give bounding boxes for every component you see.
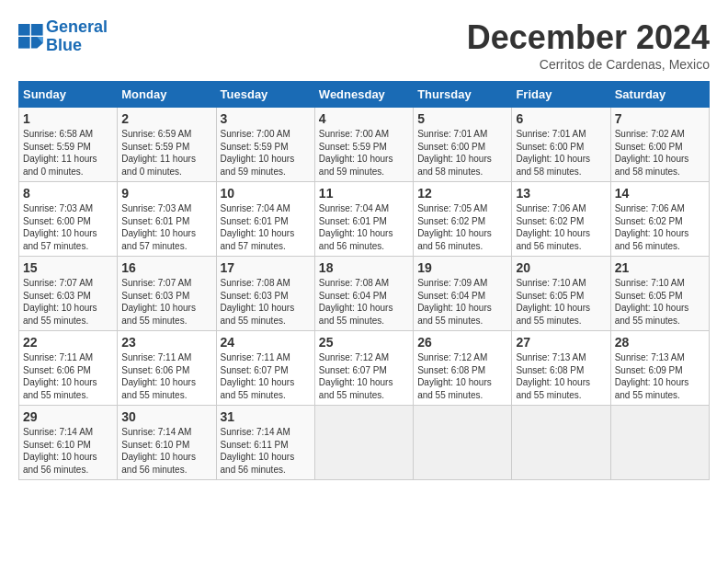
calendar-cell: 5Sunrise: 7:01 AM Sunset: 6:00 PM Daylig… <box>414 108 512 182</box>
day-info: Sunrise: 7:04 AM Sunset: 6:01 PM Dayligh… <box>221 202 311 252</box>
day-info: Sunrise: 7:01 AM Sunset: 6:00 PM Dayligh… <box>417 128 507 178</box>
svg-rect-1 <box>31 24 43 36</box>
day-info: Sunrise: 7:14 AM Sunset: 6:10 PM Dayligh… <box>121 426 211 476</box>
day-number: 28 <box>615 335 705 350</box>
day-number: 15 <box>23 260 113 275</box>
day-number: 12 <box>417 186 507 201</box>
day-info: Sunrise: 7:12 AM Sunset: 6:08 PM Dayligh… <box>417 351 507 401</box>
calendar-cell: 4Sunrise: 7:00 AM Sunset: 5:59 PM Daylig… <box>314 108 413 182</box>
day-number: 16 <box>121 260 211 275</box>
col-header-saturday: Saturday <box>610 82 709 108</box>
col-header-monday: Monday <box>118 82 216 108</box>
day-info: Sunrise: 7:09 AM Sunset: 6:04 PM Dayligh… <box>417 277 507 327</box>
day-info: Sunrise: 7:11 AM Sunset: 6:06 PM Dayligh… <box>23 351 113 401</box>
calendar-cell: 11Sunrise: 7:04 AM Sunset: 6:01 PM Dayli… <box>314 182 413 257</box>
day-number: 10 <box>221 186 311 201</box>
day-number: 22 <box>23 335 113 350</box>
day-number: 7 <box>615 111 705 126</box>
calendar-cell: 20Sunrise: 7:10 AM Sunset: 6:05 PM Dayli… <box>512 257 610 331</box>
calendar-cell: 1Sunrise: 6:58 AM Sunset: 5:59 PM Daylig… <box>19 108 118 182</box>
calendar-cell: 22Sunrise: 7:11 AM Sunset: 6:06 PM Dayli… <box>19 331 118 406</box>
calendar-cell: 19Sunrise: 7:09 AM Sunset: 6:04 PM Dayli… <box>414 257 512 331</box>
col-header-tuesday: Tuesday <box>216 82 314 108</box>
logo-icon <box>18 24 44 50</box>
day-number: 4 <box>319 111 409 126</box>
calendar-week-row: 1Sunrise: 6:58 AM Sunset: 5:59 PM Daylig… <box>19 108 710 182</box>
day-info: Sunrise: 7:12 AM Sunset: 6:07 PM Dayligh… <box>319 351 409 401</box>
day-info: Sunrise: 7:03 AM Sunset: 6:00 PM Dayligh… <box>23 202 113 252</box>
day-info: Sunrise: 7:08 AM Sunset: 6:03 PM Dayligh… <box>221 277 311 327</box>
day-number: 17 <box>221 260 311 275</box>
calendar-cell: 13Sunrise: 7:06 AM Sunset: 6:02 PM Dayli… <box>512 182 610 257</box>
day-number: 8 <box>23 186 113 201</box>
day-info: Sunrise: 7:02 AM Sunset: 6:00 PM Dayligh… <box>615 128 705 178</box>
day-info: Sunrise: 7:10 AM Sunset: 6:05 PM Dayligh… <box>516 277 606 327</box>
calendar-title: December 2024 <box>467 18 710 57</box>
day-info: Sunrise: 7:05 AM Sunset: 6:02 PM Dayligh… <box>417 202 507 252</box>
calendar-cell: 6Sunrise: 7:01 AM Sunset: 6:00 PM Daylig… <box>512 108 610 182</box>
calendar-cell: 14Sunrise: 7:06 AM Sunset: 6:02 PM Dayli… <box>610 182 709 257</box>
page-header: General Blue December 2024 Cerritos de C… <box>18 18 710 72</box>
calendar-cell: 8Sunrise: 7:03 AM Sunset: 6:00 PM Daylig… <box>19 182 118 257</box>
calendar-cell: 16Sunrise: 7:07 AM Sunset: 6:03 PM Dayli… <box>118 257 216 331</box>
day-number: 19 <box>417 260 507 275</box>
day-number: 9 <box>121 186 211 201</box>
calendar-cell: 7Sunrise: 7:02 AM Sunset: 6:00 PM Daylig… <box>610 108 709 182</box>
calendar-week-row: 29Sunrise: 7:14 AM Sunset: 6:10 PM Dayli… <box>19 406 710 480</box>
day-number: 25 <box>319 335 409 350</box>
day-info: Sunrise: 7:08 AM Sunset: 6:04 PM Dayligh… <box>319 277 409 327</box>
day-number: 27 <box>516 335 606 350</box>
calendar-subtitle: Cerritos de Cardenas, Mexico <box>467 57 710 72</box>
col-header-thursday: Thursday <box>414 82 512 108</box>
calendar-cell: 26Sunrise: 7:12 AM Sunset: 6:08 PM Dayli… <box>414 331 512 406</box>
calendar-cell: 27Sunrise: 7:13 AM Sunset: 6:08 PM Dayli… <box>512 331 610 406</box>
calendar-cell <box>414 406 512 480</box>
calendar-cell: 18Sunrise: 7:08 AM Sunset: 6:04 PM Dayli… <box>314 257 413 331</box>
calendar-cell: 29Sunrise: 7:14 AM Sunset: 6:10 PM Dayli… <box>19 406 118 480</box>
day-number: 26 <box>417 335 507 350</box>
calendar-cell: 28Sunrise: 7:13 AM Sunset: 6:09 PM Dayli… <box>610 331 709 406</box>
day-info: Sunrise: 7:14 AM Sunset: 6:10 PM Dayligh… <box>23 426 113 476</box>
col-header-wednesday: Wednesday <box>314 82 413 108</box>
day-info: Sunrise: 6:59 AM Sunset: 5:59 PM Dayligh… <box>121 128 211 178</box>
day-number: 6 <box>516 111 606 126</box>
calendar-cell: 2Sunrise: 6:59 AM Sunset: 5:59 PM Daylig… <box>118 108 216 182</box>
day-info: Sunrise: 7:11 AM Sunset: 6:06 PM Dayligh… <box>121 351 211 401</box>
calendar-cell: 12Sunrise: 7:05 AM Sunset: 6:02 PM Dayli… <box>414 182 512 257</box>
header-row: SundayMondayTuesdayWednesdayThursdayFrid… <box>19 82 710 108</box>
day-number: 13 <box>516 186 606 201</box>
calendar-cell: 15Sunrise: 7:07 AM Sunset: 6:03 PM Dayli… <box>19 257 118 331</box>
day-info: Sunrise: 7:01 AM Sunset: 6:00 PM Dayligh… <box>516 128 606 178</box>
day-info: Sunrise: 7:14 AM Sunset: 6:11 PM Dayligh… <box>221 426 311 476</box>
logo-text: General Blue <box>46 18 108 55</box>
calendar-cell: 31Sunrise: 7:14 AM Sunset: 6:11 PM Dayli… <box>216 406 314 480</box>
day-number: 20 <box>516 260 606 275</box>
col-header-friday: Friday <box>512 82 610 108</box>
day-info: Sunrise: 7:04 AM Sunset: 6:01 PM Dayligh… <box>319 202 409 252</box>
calendar-cell: 21Sunrise: 7:10 AM Sunset: 6:05 PM Dayli… <box>610 257 709 331</box>
day-number: 5 <box>417 111 507 126</box>
day-info: Sunrise: 7:07 AM Sunset: 6:03 PM Dayligh… <box>121 277 211 327</box>
svg-rect-0 <box>18 24 30 36</box>
day-info: Sunrise: 7:03 AM Sunset: 6:01 PM Dayligh… <box>121 202 211 252</box>
day-number: 2 <box>121 111 211 126</box>
day-info: Sunrise: 7:07 AM Sunset: 6:03 PM Dayligh… <box>23 277 113 327</box>
calendar-cell: 24Sunrise: 7:11 AM Sunset: 6:07 PM Dayli… <box>216 331 314 406</box>
logo-line1: General <box>46 17 108 36</box>
calendar-cell: 9Sunrise: 7:03 AM Sunset: 6:01 PM Daylig… <box>118 182 216 257</box>
day-number: 14 <box>615 186 705 201</box>
calendar-table: SundayMondayTuesdayWednesdayThursdayFrid… <box>18 81 710 480</box>
title-block: December 2024 Cerritos de Cardenas, Mexi… <box>467 18 710 72</box>
calendar-cell: 3Sunrise: 7:00 AM Sunset: 5:59 PM Daylig… <box>216 108 314 182</box>
day-number: 11 <box>319 186 409 201</box>
day-info: Sunrise: 7:00 AM Sunset: 5:59 PM Dayligh… <box>319 128 409 178</box>
calendar-week-row: 22Sunrise: 7:11 AM Sunset: 6:06 PM Dayli… <box>19 331 710 406</box>
calendar-week-row: 15Sunrise: 7:07 AM Sunset: 6:03 PM Dayli… <box>19 257 710 331</box>
calendar-cell: 30Sunrise: 7:14 AM Sunset: 6:10 PM Dayli… <box>118 406 216 480</box>
day-info: Sunrise: 7:13 AM Sunset: 6:08 PM Dayligh… <box>516 351 606 401</box>
day-info: Sunrise: 7:06 AM Sunset: 6:02 PM Dayligh… <box>516 202 606 252</box>
calendar-cell: 10Sunrise: 7:04 AM Sunset: 6:01 PM Dayli… <box>216 182 314 257</box>
day-number: 30 <box>121 409 211 424</box>
day-info: Sunrise: 6:58 AM Sunset: 5:59 PM Dayligh… <box>23 128 113 178</box>
day-number: 21 <box>615 260 705 275</box>
